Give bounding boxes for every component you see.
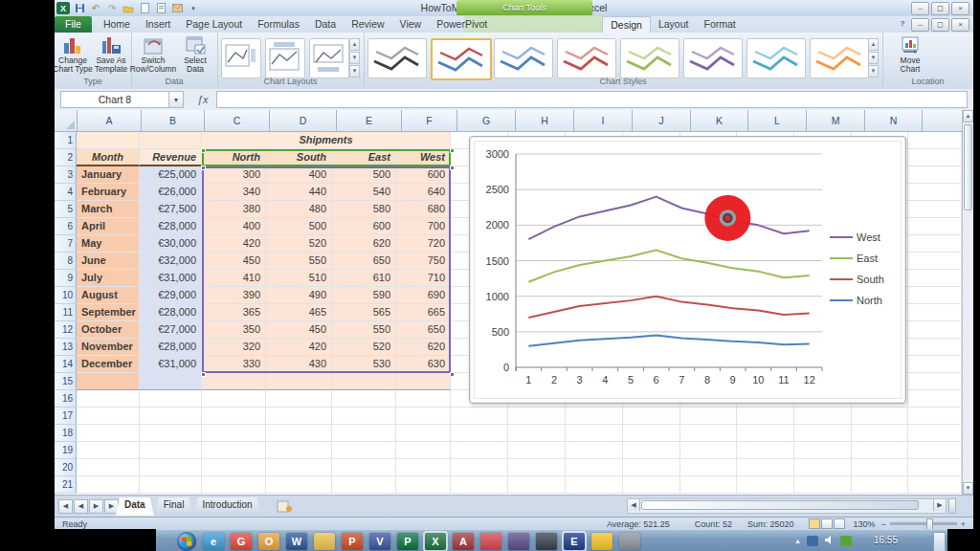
cell-D12[interactable]: 450 <box>266 321 332 339</box>
title-bar[interactable]: X ↶ ↷ ▾ HowToMultipleLines.xlsx - Micros… <box>55 0 973 17</box>
move-chart-button[interactable]: Move Chart <box>890 35 930 76</box>
taskbar-icon-server-app[interactable] <box>619 533 640 550</box>
cell-F2[interactable]: West <box>396 149 451 166</box>
scroll-up-icon[interactable]: ▲ <box>963 110 973 122</box>
cell-C6[interactable]: 400 <box>202 218 266 235</box>
cell-G19[interactable] <box>451 442 508 459</box>
taskbar-icon-publisher[interactable]: P <box>397 533 418 550</box>
legend-label-east[interactable]: East <box>857 253 878 264</box>
select-data-button[interactable]: Select Data <box>175 35 215 76</box>
cell-E13[interactable]: 520 <box>332 339 396 356</box>
help-icon[interactable]: ? <box>896 18 909 30</box>
cell-C9[interactable]: 410 <box>202 270 266 287</box>
taskbar-icon-internet-explorer[interactable]: e <box>203 533 224 550</box>
cell-B8[interactable]: €32,000 <box>140 253 202 270</box>
row-header-18[interactable]: 18 <box>55 425 77 442</box>
volume-icon[interactable] <box>824 535 835 547</box>
cell-I20[interactable] <box>566 459 623 476</box>
cell-F9[interactable]: 710 <box>396 270 451 287</box>
cell-N19[interactable] <box>852 442 908 459</box>
cell-N18[interactable] <box>852 425 908 442</box>
cell-F7[interactable]: 720 <box>396 235 451 253</box>
cell-C21[interactable] <box>202 476 266 494</box>
chart-style-style-teal[interactable] <box>746 38 806 78</box>
cell-M20[interactable] <box>794 459 852 476</box>
horizontal-scrollbar[interactable]: ◀ ▶ <box>627 498 947 514</box>
taskbar-icon-notes-app[interactable]: E <box>564 533 585 550</box>
tab-view[interactable]: View <box>392 16 430 33</box>
column-header-L[interactable]: L <box>748 110 807 132</box>
minimize-button[interactable]: ‒ <box>911 2 929 15</box>
prev-sheet-icon[interactable]: ◀ <box>74 499 88 514</box>
restore-button[interactable]: ◻ <box>931 2 949 15</box>
cell-J17[interactable] <box>623 408 680 425</box>
cell-M21[interactable] <box>794 476 852 494</box>
cell-A11[interactable]: September <box>77 304 140 321</box>
cell-X16[interactable] <box>908 390 962 408</box>
cell-H17[interactable] <box>508 408 566 425</box>
cell-I18[interactable] <box>566 425 623 442</box>
chart-layout-option-1[interactable] <box>221 38 261 78</box>
cell-E10[interactable]: 590 <box>332 287 396 304</box>
formula-input[interactable] <box>216 91 968 108</box>
cell-I17[interactable] <box>566 408 623 425</box>
row-header-20[interactable]: 20 <box>55 459 77 476</box>
cell-A14[interactable]: December <box>77 356 140 373</box>
row-header-9[interactable]: 9 <box>55 270 77 287</box>
cell-F4[interactable]: 640 <box>396 184 451 201</box>
row-header-2[interactable]: 2 <box>55 149 77 166</box>
cell-F6[interactable]: 700 <box>396 218 451 235</box>
tab-file[interactable]: File <box>55 16 92 33</box>
cell-D5[interactable]: 480 <box>266 201 332 218</box>
chart-style-style-multi[interactable] <box>431 38 492 80</box>
cell-A19[interactable] <box>77 442 140 459</box>
column-header-H[interactable]: H <box>516 110 574 132</box>
tab-insert[interactable]: Insert <box>138 16 178 33</box>
cell-D11[interactable]: 465 <box>266 304 332 321</box>
show-hidden-icons[interactable]: ▲ <box>794 538 801 544</box>
cell-C12[interactable]: 350 <box>202 321 266 339</box>
cell-C13[interactable]: 320 <box>202 339 266 356</box>
cell-E2[interactable]: East <box>332 149 396 166</box>
cell-F11[interactable]: 665 <box>396 304 451 321</box>
cell-N21[interactable] <box>852 476 908 494</box>
cell-X18[interactable] <box>908 425 962 442</box>
cell-K19[interactable] <box>680 442 737 459</box>
cell-H20[interactable] <box>508 459 566 476</box>
cell-E11[interactable]: 565 <box>332 304 396 321</box>
cell-A15[interactable] <box>77 373 140 390</box>
cell-D16[interactable] <box>266 390 332 408</box>
horizontal-scroll-thumb[interactable] <box>641 500 919 510</box>
cell-K21[interactable] <box>680 476 737 494</box>
merged-title-cell[interactable]: Shipments <box>202 132 451 149</box>
cell-G21[interactable] <box>451 476 508 494</box>
page-break-view-button[interactable] <box>834 518 845 529</box>
tab-format[interactable]: Format <box>696 16 743 33</box>
cell-A9[interactable]: July <box>77 270 140 287</box>
cell-C2[interactable]: North <box>202 149 266 166</box>
column-header-F[interactable]: F <box>402 110 457 132</box>
cell-D6[interactable]: 500 <box>266 218 332 235</box>
zoom-slider[interactable] <box>890 522 957 525</box>
chart-layout-option-2[interactable] <box>265 38 305 78</box>
insert-worksheet-tab[interactable] <box>277 499 294 517</box>
workbook-close-button[interactable]: × <box>951 18 969 32</box>
cell-D4[interactable]: 440 <box>266 184 332 201</box>
layouts-scroll-down-icon[interactable]: ▼ <box>349 52 360 64</box>
cell-D21[interactable] <box>266 476 332 494</box>
cell-C11[interactable]: 365 <box>202 304 266 321</box>
taskbar-icon-bird-app[interactable] <box>591 533 612 550</box>
zoom-level[interactable]: 130% <box>853 519 875 529</box>
cell-F13[interactable]: 620 <box>396 339 451 356</box>
cell-E4[interactable]: 540 <box>332 184 396 201</box>
chart-style-style-red[interactable] <box>557 38 616 78</box>
cell-C7[interactable]: 420 <box>202 235 266 253</box>
taskbar-icon-headset-app[interactable] <box>536 533 557 550</box>
tab-data[interactable]: Data <box>307 16 344 33</box>
cell-B1[interactable] <box>140 132 202 149</box>
cell-E3[interactable]: 500 <box>332 166 396 184</box>
row-header-17[interactable]: 17 <box>55 408 77 425</box>
chart-style-style-blue[interactable] <box>494 38 553 78</box>
workbook-restore-button[interactable]: ◻ <box>931 18 949 32</box>
chart-style-style-purple[interactable] <box>683 38 743 78</box>
